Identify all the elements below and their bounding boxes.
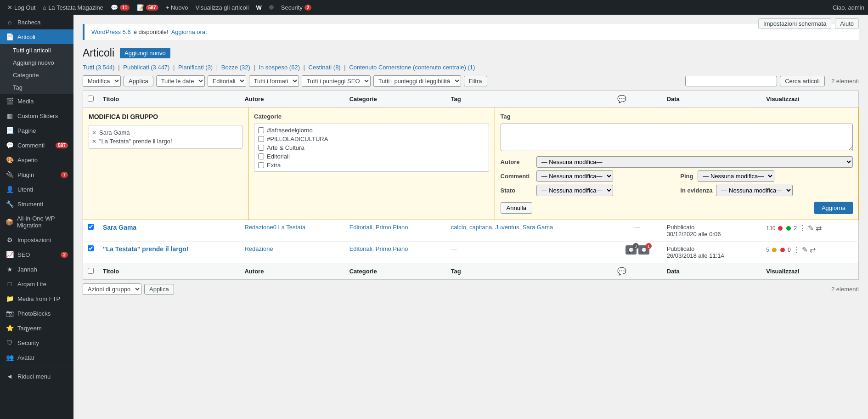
- remove-item-icon[interactable]: ✕: [92, 130, 96, 136]
- bottom-bulk-action-select[interactable]: Azioni di gruppo: [83, 283, 141, 295]
- category-checkbox[interactable]: [258, 145, 264, 151]
- update-now-link[interactable]: Aggiorna ora.: [171, 28, 207, 35]
- sort-title-link-bottom[interactable]: Titolo: [103, 268, 119, 275]
- sidebar-item-arqam[interactable]: □ Arqam Lite: [0, 277, 73, 291]
- sidebar-item-tools[interactable]: 🔧 Strumenti: [0, 197, 73, 211]
- commenti-select[interactable]: — Nessuna modifica—: [536, 170, 613, 182]
- sidebar-item-security[interactable]: 🛡 Security: [0, 335, 73, 350]
- adminbar-new[interactable]: + Nuovo: [162, 0, 192, 15]
- row-checkbox[interactable]: [88, 224, 94, 230]
- sidebar-item-pages[interactable]: 📃 Pagine: [0, 123, 73, 138]
- autore-select[interactable]: — Nessuna modifica—: [536, 156, 853, 168]
- filter-all[interactable]: Tutti (3.544): [83, 64, 115, 71]
- category-link[interactable]: Editoriali: [349, 245, 372, 252]
- row-title-link[interactable]: Sara Gama: [103, 224, 136, 231]
- author-link[interactable]: Redazione: [244, 245, 273, 252]
- category-link[interactable]: Editoriali: [349, 224, 372, 231]
- row-title-link[interactable]: "La Testata" prende il largo!: [103, 245, 189, 253]
- adminbar-logout[interactable]: ✕ Log Out: [4, 0, 39, 15]
- tag-link[interactable]: calcio: [451, 224, 466, 231]
- author-link[interactable]: Redazione0 La Testata: [244, 224, 305, 231]
- tag-link[interactable]: capitana: [469, 224, 492, 231]
- adminbar-wp[interactable]: W: [253, 0, 265, 15]
- sidebar-item-ftp[interactable]: 📁 Media from FTP: [0, 291, 73, 306]
- category-filter-select[interactable]: Editoriali: [208, 75, 246, 87]
- sidebar-item-comments[interactable]: 💬 Commenti 587: [0, 138, 73, 153]
- update-bulk-edit-button[interactable]: Aggiorna: [814, 202, 853, 214]
- stato-select[interactable]: — Nessuna modifica—: [536, 185, 613, 196]
- cancel-bulk-edit-button[interactable]: Annulla: [501, 202, 532, 214]
- sidebar-item-tags[interactable]: Tag: [0, 81, 73, 94]
- sort-date-link[interactable]: Data: [667, 96, 680, 102]
- filter-scheduled[interactable]: Pianificati (3): [178, 64, 213, 71]
- sidebar-item-taqyeem[interactable]: ⭐ Taqyeem: [0, 321, 73, 335]
- ping-select[interactable]: — Nessuna modifica—: [698, 170, 774, 182]
- edit-icon[interactable]: ✎: [802, 245, 808, 254]
- screen-options-button[interactable]: Impostazioni schermata: [758, 18, 831, 29]
- sidebar-item-seo[interactable]: 📈 SEO 2: [0, 247, 73, 262]
- sidebar-item-users[interactable]: 👤 Utenti: [0, 182, 73, 197]
- tag-link[interactable]: Juventus: [496, 224, 519, 231]
- tag-link[interactable]: Sara Gama: [523, 224, 553, 231]
- sort-title-link[interactable]: Titolo: [103, 96, 119, 102]
- sidebar-item-avatar[interactable]: 👥 Avatar: [0, 350, 73, 365]
- sidebar-item-photoblocks[interactable]: 📷 PhotoBlocks: [0, 306, 73, 321]
- in-evidenza-select[interactable]: — Nessuna modifica—: [716, 185, 793, 196]
- sidebar-item-media[interactable]: 🎬 Media: [0, 94, 73, 108]
- move-icon[interactable]: ⇄: [816, 224, 822, 232]
- date-filter-select[interactable]: Tutte le date: [156, 75, 205, 87]
- bulk-apply-button[interactable]: Applica: [124, 76, 153, 86]
- help-button[interactable]: Aiuto: [835, 18, 859, 29]
- sidebar-item-migration[interactable]: 📦 All-in-One WP Migration: [0, 211, 73, 232]
- filter-trash[interactable]: Cestinati (8): [309, 64, 341, 71]
- filter-button[interactable]: Filtra: [464, 76, 487, 86]
- bulk-action-select[interactable]: Modifica: [83, 75, 121, 87]
- sidebar-item-all-posts[interactable]: Tutti gli articoli: [0, 44, 73, 57]
- sidebar-item-sliders[interactable]: ▦ Custom Sliders: [0, 108, 73, 123]
- search-button[interactable]: Cerca articoli: [780, 76, 825, 86]
- filter-pending[interactable]: In sospeso (62): [259, 64, 300, 71]
- sidebar-item-jannah[interactable]: ★ Jannah: [0, 262, 73, 277]
- edit-icon[interactable]: ✎: [808, 224, 814, 232]
- sidebar-item-appearance[interactable]: 🎨 Aspetto: [0, 153, 73, 167]
- category-link[interactable]: Primo Piano: [376, 224, 408, 231]
- sidebar-item-plugins[interactable]: 🔌 Plugin 7: [0, 167, 73, 182]
- search-input[interactable]: [685, 76, 777, 86]
- row-checkbox[interactable]: [88, 245, 94, 251]
- category-link[interactable]: Primo Piano: [376, 245, 408, 252]
- readability-filter-select[interactable]: Tutti i punteggi di leggibilità: [373, 75, 461, 87]
- filter-drafts[interactable]: Bozze (32): [221, 64, 250, 71]
- filter-published[interactable]: Pubblicati (3.447): [123, 64, 169, 71]
- adminbar-site[interactable]: ⌂ La Testata Magazine: [39, 0, 107, 15]
- sidebar-item-posts[interactable]: 📄 Articoli: [0, 29, 73, 44]
- adminbar-view-articles[interactable]: Visualizza gli articoli: [192, 0, 252, 15]
- adminbar-comments[interactable]: 💬 11: [107, 0, 133, 15]
- category-checkbox[interactable]: [258, 136, 264, 142]
- add-new-button[interactable]: Aggiungi nuovo: [120, 48, 170, 58]
- adminbar-speech[interactable]: 📝 587: [133, 0, 162, 15]
- move-icon[interactable]: ⇄: [810, 245, 816, 254]
- sidebar-item-dashboard[interactable]: ⌂ Bacheca: [0, 15, 73, 29]
- screen-options-icon[interactable]: ⋮: [793, 245, 800, 254]
- filter-cornerstone[interactable]: Contenuto Cornerstone (contenuto central…: [349, 64, 475, 71]
- adminbar-security[interactable]: Security 2: [277, 0, 316, 15]
- seo-filter-select[interactable]: Tutti i punteggi SEO: [302, 75, 371, 87]
- remove-item-icon[interactable]: ✕: [92, 138, 96, 145]
- category-checkbox[interactable]: [258, 153, 264, 159]
- sidebar-item-add-new[interactable]: Aggiungi nuovo: [0, 57, 73, 69]
- bottom-apply-button[interactable]: Applica: [144, 284, 174, 294]
- wp-version-link[interactable]: WordPress 5.6: [91, 28, 131, 35]
- format-filter-select[interactable]: Tutti i formati: [249, 75, 299, 87]
- row-date-cell: Pubblicato 30/12/2020 alle 0:06: [662, 220, 762, 242]
- select-all-checkbox[interactable]: [88, 96, 94, 102]
- sidebar-item-settings[interactable]: ⚙ Impostazioni: [0, 232, 73, 247]
- sidebar-collapse[interactable]: ◄ Riduci menu: [0, 369, 73, 384]
- sidebar-item-categories[interactable]: Categorie: [0, 69, 73, 81]
- bulk-edit-tags-input[interactable]: [501, 124, 853, 151]
- category-checkbox[interactable]: [258, 127, 264, 133]
- screen-options-icon[interactable]: ⋮: [799, 224, 806, 232]
- adminbar-circle[interactable]: [265, 0, 277, 15]
- select-all-checkbox-bottom[interactable]: [88, 268, 94, 274]
- category-checkbox[interactable]: [258, 162, 264, 168]
- sort-date-link-bottom[interactable]: Data: [667, 268, 680, 275]
